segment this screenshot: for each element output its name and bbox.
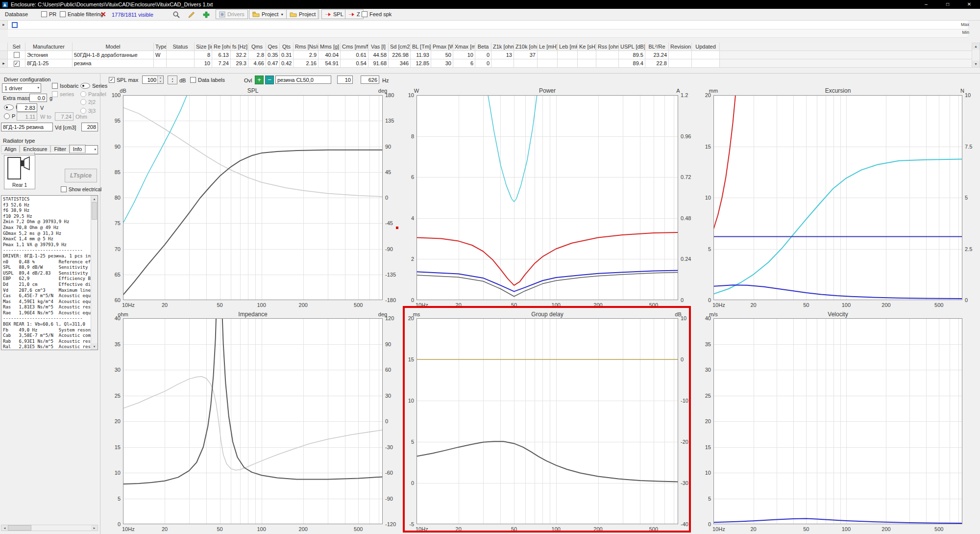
freq-start-field[interactable] [337, 76, 353, 84]
column-header[interactable]: fs [Hz] [231, 43, 248, 51]
column-header[interactable]: Ke [sH] [578, 43, 596, 51]
scroll-left-icon[interactable]: ◂ [1, 525, 8, 531]
project-button[interactable]: Project▼ [249, 9, 287, 19]
column-header[interactable]: USPL [dB] [619, 43, 645, 51]
tab-filter[interactable]: Filter [50, 145, 69, 153]
filter-row[interactable] [8, 21, 968, 29]
column-header[interactable]: Pmax [W] [431, 43, 453, 51]
drivers-button[interactable]: Drivers [216, 9, 248, 19]
column-header[interactable]: Cms [mm/N] [341, 43, 368, 51]
column-header[interactable]: Beta [475, 43, 491, 51]
add-driver-button[interactable] [202, 11, 210, 20]
column-header[interactable]: Mms [g] [318, 43, 341, 51]
feed-spk-checkbox[interactable]: Feed spk [362, 11, 392, 17]
scroll-track[interactable] [972, 50, 980, 61]
spl-export-button[interactable]: SPL [321, 9, 347, 19]
column-header[interactable]: Xmax [mm] [453, 43, 475, 51]
clear-filter-button[interactable]: ✕ [100, 10, 106, 18]
column-header[interactable]: Model [73, 43, 154, 51]
remove-overlay-button[interactable]: − [265, 76, 274, 84]
stats-scrollbar[interactable]: ▴ ▾ [91, 196, 98, 350]
edit-button[interactable] [188, 11, 196, 20]
feed-spk-box[interactable] [362, 11, 368, 17]
column-header[interactable]: Rms [Ns/m] [294, 43, 318, 51]
column-header[interactable]: Manufacturer [25, 43, 73, 51]
column-header[interactable]: Sel [8, 43, 25, 51]
driver-count-select[interactable]: 1 driver▾ [2, 83, 41, 93]
filter-row-2[interactable] [8, 29, 968, 38]
table-vscrollbar[interactable]: ▲ ▼ [972, 43, 980, 68]
tab-enclosure[interactable]: Enclosure [20, 145, 50, 153]
pr-checkbox-box[interactable] [41, 11, 47, 17]
spl-max-field[interactable] [143, 76, 157, 83]
x-tick-label: 100 [842, 526, 851, 532]
panel-hscrollbar[interactable]: ◂ ▸ [1, 525, 98, 531]
column-header[interactable]: Qes [266, 43, 280, 51]
overlay-name-field[interactable] [275, 76, 331, 84]
column-header[interactable]: Re [ohm] [212, 43, 231, 51]
scroll-up-icon[interactable]: ▴ [91, 196, 98, 202]
column-header[interactable]: Status [167, 43, 195, 51]
column-header[interactable]: BL [Tm] [411, 43, 431, 51]
extra-mass-field[interactable] [29, 94, 47, 102]
voltage-field[interactable] [17, 103, 37, 112]
x-tick-label: 50 [511, 302, 517, 308]
spl-max-checkbox[interactable]: SPL max [109, 77, 138, 83]
isobaric-checkbox[interactable]: Isobaric [52, 83, 79, 89]
config-3x3-radio: 3|3 [80, 108, 96, 114]
close-button[interactable]: ✕ [958, 0, 980, 9]
table-row[interactable]: Эстония50ГДН-1-8 доработанныеW86.1332.22… [0, 51, 972, 59]
scroll-thumb[interactable] [8, 525, 31, 531]
column-header[interactable]: Qts [280, 43, 294, 51]
scroll-up-icon[interactable]: ▲ [972, 43, 980, 50]
scroll-thumb[interactable] [92, 202, 97, 220]
column-header[interactable]: Type [154, 43, 167, 51]
spin-down-icon[interactable]: ▾ [158, 80, 163, 84]
minimize-button[interactable]: – [915, 0, 937, 9]
active-cell-indicator[interactable] [12, 22, 18, 28]
column-header[interactable]: Z10k [ohm] [514, 43, 538, 51]
left-axis-unit: mm [709, 88, 718, 94]
scroll-down-icon[interactable]: ▾ [91, 343, 98, 350]
spl-max-stepper[interactable]: ▴▾ [142, 76, 164, 84]
row-select-checkbox[interactable] [14, 52, 20, 58]
tab-info[interactable]: Info [70, 145, 85, 153]
column-header[interactable]: Vas [l] [368, 43, 389, 51]
autoscale-button[interactable]: ▴▾ [168, 76, 177, 84]
spin-up-icon[interactable]: ▴ [158, 76, 163, 80]
scroll-down-icon[interactable]: ▼ [972, 61, 980, 67]
y-tick-label: 0 [411, 297, 414, 303]
enable-filtering-box[interactable] [60, 11, 66, 17]
column-header[interactable]: Revision [669, 43, 692, 51]
tab-align[interactable]: Align [1, 145, 20, 153]
add-overlay-button[interactable]: + [255, 76, 264, 84]
scroll-right-icon[interactable]: ▸ [91, 525, 98, 531]
power-radio[interactable]: P [4, 113, 15, 119]
z-export-button[interactable]: Z [345, 9, 364, 19]
enable-filtering-checkbox[interactable]: Enable filtering [60, 11, 103, 17]
x-tick-label: 20 [162, 302, 168, 308]
column-header[interactable]: Rss [ohm] [596, 43, 619, 51]
freq-end-field[interactable] [361, 76, 379, 84]
show-electrical-checkbox[interactable]: Show electrical [61, 186, 101, 192]
column-header[interactable]: BL²/Re [645, 43, 669, 51]
column-header[interactable]: Qms [248, 43, 266, 51]
column-header[interactable]: Leb [mH] [558, 43, 578, 51]
data-labels-checkbox[interactable]: Data labels [190, 77, 225, 83]
maximize-button[interactable]: □ [937, 0, 958, 9]
enclosure-picture[interactable]: Rear 1 [4, 155, 35, 189]
search-button[interactable] [172, 11, 180, 20]
column-header[interactable]: Le [mH] [538, 43, 558, 51]
ltspice-button[interactable]: LTspice [65, 169, 97, 182]
project-save-button[interactable]: Project [286, 9, 319, 19]
driver-name-field[interactable] [1, 123, 53, 131]
table-row[interactable]: ▸8ГД-1-25резина107.2429.34.660.470.422.1… [0, 59, 972, 68]
row-select-checkbox[interactable] [14, 61, 20, 67]
x-tick-label: 50 [803, 302, 809, 308]
vd-field[interactable] [81, 123, 98, 131]
column-header[interactable]: Z1k [ohm] [491, 43, 514, 51]
pr-checkbox[interactable]: PR [41, 11, 56, 17]
column-header[interactable]: Size [in] [195, 43, 212, 51]
column-header[interactable]: Updated [692, 43, 720, 51]
column-header[interactable]: Sd [cm2] [389, 43, 411, 51]
